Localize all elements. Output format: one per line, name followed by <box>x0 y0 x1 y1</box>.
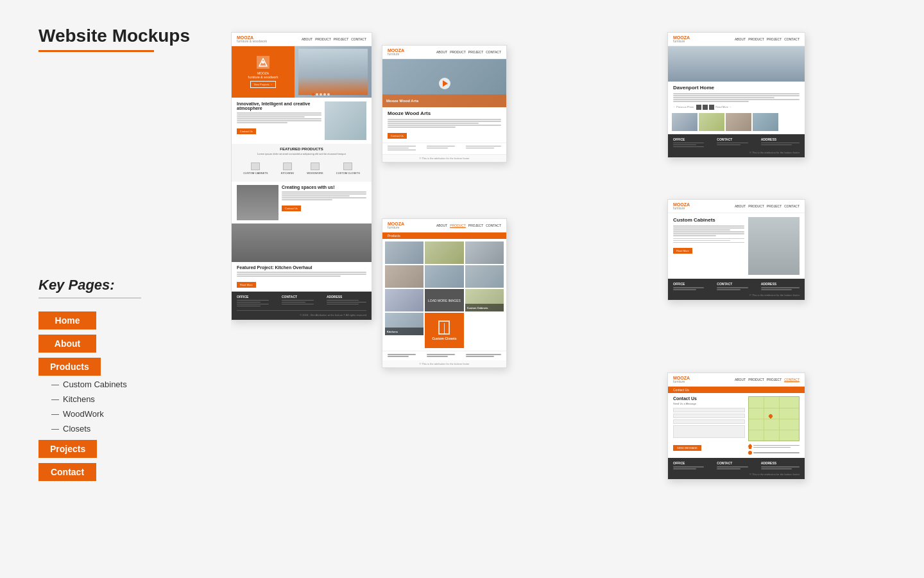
mock-footer-line <box>282 302 305 303</box>
mock-hero-btn[interactable]: View Projects → <box>250 81 275 88</box>
mock-thumb <box>726 113 751 131</box>
mock-creating-spaces: Creating spaces with us! Contact Us <box>232 182 372 223</box>
mock-cat-label-woodwork: WOODWORK <box>307 171 323 175</box>
mock-cabinets-btn[interactable]: Read More <box>673 248 692 254</box>
mock-gallery-item-7 <box>385 289 424 311</box>
nav-item-contact: Contact <box>38 463 205 481</box>
mock-contact-us-btn[interactable]: Contact Us <box>282 206 301 211</box>
mock-woodarts-hero: Mooze Wood Arts <box>382 59 506 107</box>
mock-line <box>282 193 366 195</box>
mock-share-fb[interactable] <box>696 105 701 110</box>
mock-footer-line <box>673 143 704 144</box>
mock-contact-breadcrumb: Contact Us <box>668 387 805 393</box>
mock-footer-line <box>327 300 359 301</box>
mock-footer-line <box>761 287 800 288</box>
mock-form-email[interactable] <box>673 414 745 418</box>
subitem-closets[interactable]: Closets <box>51 423 205 435</box>
mock-info-line <box>388 150 416 151</box>
mock-categories-title: FEATURED PRODUCTS <box>234 147 369 151</box>
contact-button[interactable]: Contact <box>38 463 96 481</box>
subitem-kitchens[interactable]: Kitchens <box>51 393 205 405</box>
mockup-woodarts: MOOZAfurniture ABOUT PRODUCT PROJECT CON… <box>382 45 507 162</box>
mock-project-content: Featured Project: Kitchen Overhaul Read … <box>232 262 372 292</box>
mock-info-line <box>466 146 501 147</box>
mock-closets-label: Custom Closets <box>432 337 456 340</box>
mock-footer-address-title: ADDRESS <box>327 295 366 299</box>
mock-cabinets-header: MOOZAfurniture ABOUT PRODUCT PROJECT CON… <box>668 200 805 213</box>
mock-footer-line <box>327 304 359 305</box>
mock-line <box>282 191 366 193</box>
subitem-custom-cabinets[interactable]: Custom Cabinets <box>51 378 205 390</box>
mock-footer-line <box>673 146 704 148</box>
mock-wood-highlight: Mooze Wood Arts <box>382 94 506 107</box>
mock-nav-project5: PROJECT <box>468 223 483 228</box>
mock-gallery-item-6 <box>465 265 504 288</box>
mock-share-pin[interactable] <box>709 105 714 110</box>
mock-davenport-prev: ← Previous Photo <box>673 105 694 109</box>
mock-cat-label-kitchens: KITCHENS <box>281 171 294 175</box>
mock-footer-line <box>237 300 269 301</box>
mock-footer-grid-con: OFFICE CONTACT ADDRESS <box>673 461 800 470</box>
mock-share-tw[interactable] <box>703 105 708 110</box>
mock-line <box>237 272 366 273</box>
mock-line <box>673 97 774 98</box>
mock-phone-icon <box>748 451 752 455</box>
home-button[interactable]: Home <box>38 311 96 329</box>
mockup-davenport: MOOZAfurniture ABOUT PRODUCT PROJECT CON… <box>667 32 805 158</box>
mock-davenport-next: Read More → <box>715 105 732 109</box>
about-button[interactable]: About <box>38 335 96 353</box>
mock-contact-info-below <box>748 444 800 455</box>
mock-cabinets-img-area <box>748 217 800 275</box>
mock-nav-contact6: CONTACT <box>784 378 800 382</box>
mock-featured-lines <box>282 191 366 200</box>
mock-gallery-label-cabinets: Custom Cabinets <box>467 306 488 310</box>
mock-products-logo: MOOZAfurniture <box>388 222 404 229</box>
mockup-home: MOOZAfurniture & woodwork ABOUT PRODUCT … <box>231 32 372 320</box>
mock-gallery-item-2 <box>425 241 463 264</box>
mock-wood-highlight-title: Mooze Wood Arts <box>386 99 418 103</box>
mock-project-btn[interactable]: Read More <box>237 282 256 288</box>
mock-gallery-label-kitchens: Kitchens <box>387 330 398 333</box>
mock-info-line <box>427 148 448 149</box>
mock-form-message[interactable] <box>673 425 745 438</box>
mock-woodarts-info-col3 <box>466 146 501 152</box>
mock-cat-icon-woodwork <box>311 162 320 170</box>
title-underline <box>38 50 154 52</box>
mock-cat-woodwork: WOODWORK <box>307 162 323 175</box>
mock-line <box>673 242 744 243</box>
mock-products-breadcrumb-text: Products <box>388 234 501 238</box>
mock-form-name[interactable] <box>673 408 745 412</box>
mock-home-hero: MOOZA furniture & woodwork View Projects… <box>232 46 372 98</box>
mock-footer-office-title: OFFICE <box>237 295 277 299</box>
mock-gallery-item-10: Kitchens <box>385 313 424 335</box>
mock-featured-project-section: Featured Project: Kitchen Overhaul Read … <box>232 223 372 292</box>
mock-products-info <box>382 351 506 360</box>
key-pages-underline <box>38 297 141 299</box>
mock-footer-line <box>673 468 696 469</box>
mock-line <box>673 93 800 94</box>
mock-thumb <box>672 113 697 131</box>
mock-nav-project3: PROJECT <box>767 37 782 41</box>
nav-list: Home About Products Custom Cabinets Kitc… <box>38 311 205 481</box>
mock-home-nav: ABOUT PRODUCT PROJECT CONTACT <box>302 37 366 41</box>
mock-info-line <box>427 146 455 147</box>
mock-cat-label-closets: CUSTOM CLOSETS <box>336 171 360 175</box>
mock-davenport-share: ← Previous Photo Read More → <box>673 105 800 110</box>
subitem-woodwork[interactable]: WoodWork <box>51 408 205 420</box>
mock-contact-title: Contact Us <box>673 396 745 401</box>
mock-hero-logo-big <box>257 56 270 69</box>
products-button[interactable]: Products <box>38 358 101 376</box>
mock-woodarts-btn[interactable]: Contact Us <box>388 133 407 139</box>
mock-contact-breadcrumb-text: Contact Us <box>673 388 800 392</box>
mock-contact-btn[interactable]: Contact Us <box>237 128 256 134</box>
mock-footer-grid-dav: OFFICE CONTACT ADDRESS <box>673 137 800 148</box>
mock-form-submit-btn[interactable]: SEND MESSAGE <box>673 445 701 451</box>
mock-nav-project4: PROJECT <box>767 204 782 208</box>
mock-nav-about4: ABOUT <box>735 204 746 208</box>
video-play-overlay[interactable] <box>439 78 450 89</box>
mock-form-phone[interactable] <box>673 419 745 424</box>
mock-footer-line <box>237 306 261 307</box>
projects-button[interactable]: Projects <box>38 440 97 458</box>
mock-nav-contact4: CONTACT <box>784 204 800 208</box>
mock-hero-subtext: furniture & woodwork <box>248 75 278 79</box>
